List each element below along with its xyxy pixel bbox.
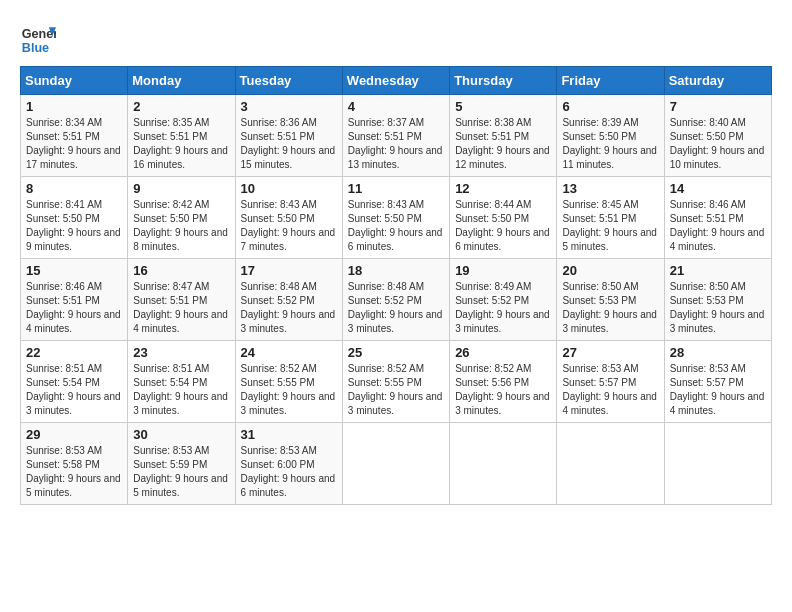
calendar-cell: 21Sunrise: 8:50 AMSunset: 5:53 PMDayligh… <box>664 259 771 341</box>
day-info: Sunrise: 8:52 AMSunset: 5:55 PMDaylight:… <box>348 362 444 418</box>
day-info: Sunrise: 8:53 AMSunset: 5:57 PMDaylight:… <box>562 362 658 418</box>
day-number: 27 <box>562 345 658 360</box>
calendar-cell: 12Sunrise: 8:44 AMSunset: 5:50 PMDayligh… <box>450 177 557 259</box>
day-info: Sunrise: 8:38 AMSunset: 5:51 PMDaylight:… <box>455 116 551 172</box>
day-info: Sunrise: 8:53 AMSunset: 5:57 PMDaylight:… <box>670 362 766 418</box>
calendar-header-row: SundayMondayTuesdayWednesdayThursdayFrid… <box>21 67 772 95</box>
day-info: Sunrise: 8:53 AMSunset: 5:59 PMDaylight:… <box>133 444 229 500</box>
day-number: 5 <box>455 99 551 114</box>
calendar-cell: 26Sunrise: 8:52 AMSunset: 5:56 PMDayligh… <box>450 341 557 423</box>
calendar-cell: 27Sunrise: 8:53 AMSunset: 5:57 PMDayligh… <box>557 341 664 423</box>
day-info: Sunrise: 8:47 AMSunset: 5:51 PMDaylight:… <box>133 280 229 336</box>
calendar-cell: 25Sunrise: 8:52 AMSunset: 5:55 PMDayligh… <box>342 341 449 423</box>
day-info: Sunrise: 8:51 AMSunset: 5:54 PMDaylight:… <box>133 362 229 418</box>
calendar-cell: 1Sunrise: 8:34 AMSunset: 5:51 PMDaylight… <box>21 95 128 177</box>
day-info: Sunrise: 8:41 AMSunset: 5:50 PMDaylight:… <box>26 198 122 254</box>
calendar-cell <box>557 423 664 505</box>
calendar-header-sunday: Sunday <box>21 67 128 95</box>
calendar-header-wednesday: Wednesday <box>342 67 449 95</box>
calendar-table: SundayMondayTuesdayWednesdayThursdayFrid… <box>20 66 772 505</box>
day-number: 2 <box>133 99 229 114</box>
day-number: 3 <box>241 99 337 114</box>
day-info: Sunrise: 8:37 AMSunset: 5:51 PMDaylight:… <box>348 116 444 172</box>
day-info: Sunrise: 8:44 AMSunset: 5:50 PMDaylight:… <box>455 198 551 254</box>
day-number: 14 <box>670 181 766 196</box>
calendar-cell: 5Sunrise: 8:38 AMSunset: 5:51 PMDaylight… <box>450 95 557 177</box>
calendar-cell: 19Sunrise: 8:49 AMSunset: 5:52 PMDayligh… <box>450 259 557 341</box>
calendar-cell: 18Sunrise: 8:48 AMSunset: 5:52 PMDayligh… <box>342 259 449 341</box>
calendar-header-tuesday: Tuesday <box>235 67 342 95</box>
calendar-cell: 7Sunrise: 8:40 AMSunset: 5:50 PMDaylight… <box>664 95 771 177</box>
calendar-week-row: 15Sunrise: 8:46 AMSunset: 5:51 PMDayligh… <box>21 259 772 341</box>
calendar-cell: 20Sunrise: 8:50 AMSunset: 5:53 PMDayligh… <box>557 259 664 341</box>
day-info: Sunrise: 8:50 AMSunset: 5:53 PMDaylight:… <box>562 280 658 336</box>
day-number: 6 <box>562 99 658 114</box>
calendar-cell: 2Sunrise: 8:35 AMSunset: 5:51 PMDaylight… <box>128 95 235 177</box>
calendar-cell: 23Sunrise: 8:51 AMSunset: 5:54 PMDayligh… <box>128 341 235 423</box>
calendar-cell: 4Sunrise: 8:37 AMSunset: 5:51 PMDaylight… <box>342 95 449 177</box>
day-info: Sunrise: 8:46 AMSunset: 5:51 PMDaylight:… <box>26 280 122 336</box>
day-info: Sunrise: 8:43 AMSunset: 5:50 PMDaylight:… <box>241 198 337 254</box>
day-info: Sunrise: 8:46 AMSunset: 5:51 PMDaylight:… <box>670 198 766 254</box>
day-number: 8 <box>26 181 122 196</box>
calendar-header-saturday: Saturday <box>664 67 771 95</box>
day-info: Sunrise: 8:51 AMSunset: 5:54 PMDaylight:… <box>26 362 122 418</box>
calendar-cell: 30Sunrise: 8:53 AMSunset: 5:59 PMDayligh… <box>128 423 235 505</box>
day-number: 1 <box>26 99 122 114</box>
day-number: 26 <box>455 345 551 360</box>
day-number: 28 <box>670 345 766 360</box>
day-number: 21 <box>670 263 766 278</box>
calendar-cell <box>664 423 771 505</box>
calendar-header-friday: Friday <box>557 67 664 95</box>
day-number: 10 <box>241 181 337 196</box>
day-number: 7 <box>670 99 766 114</box>
day-number: 15 <box>26 263 122 278</box>
calendar-cell: 6Sunrise: 8:39 AMSunset: 5:50 PMDaylight… <box>557 95 664 177</box>
calendar-body: 1Sunrise: 8:34 AMSunset: 5:51 PMDaylight… <box>21 95 772 505</box>
calendar-header-thursday: Thursday <box>450 67 557 95</box>
day-number: 19 <box>455 263 551 278</box>
calendar-cell: 22Sunrise: 8:51 AMSunset: 5:54 PMDayligh… <box>21 341 128 423</box>
day-number: 24 <box>241 345 337 360</box>
calendar-week-row: 1Sunrise: 8:34 AMSunset: 5:51 PMDaylight… <box>21 95 772 177</box>
day-info: Sunrise: 8:40 AMSunset: 5:50 PMDaylight:… <box>670 116 766 172</box>
calendar-week-row: 22Sunrise: 8:51 AMSunset: 5:54 PMDayligh… <box>21 341 772 423</box>
svg-text:Blue: Blue <box>22 41 49 55</box>
day-info: Sunrise: 8:39 AMSunset: 5:50 PMDaylight:… <box>562 116 658 172</box>
day-number: 9 <box>133 181 229 196</box>
day-number: 17 <box>241 263 337 278</box>
day-info: Sunrise: 8:45 AMSunset: 5:51 PMDaylight:… <box>562 198 658 254</box>
day-info: Sunrise: 8:52 AMSunset: 5:56 PMDaylight:… <box>455 362 551 418</box>
day-info: Sunrise: 8:35 AMSunset: 5:51 PMDaylight:… <box>133 116 229 172</box>
calendar-cell: 9Sunrise: 8:42 AMSunset: 5:50 PMDaylight… <box>128 177 235 259</box>
calendar-cell: 3Sunrise: 8:36 AMSunset: 5:51 PMDaylight… <box>235 95 342 177</box>
day-number: 23 <box>133 345 229 360</box>
day-number: 18 <box>348 263 444 278</box>
day-number: 22 <box>26 345 122 360</box>
day-info: Sunrise: 8:34 AMSunset: 5:51 PMDaylight:… <box>26 116 122 172</box>
calendar-cell <box>450 423 557 505</box>
calendar-cell: 29Sunrise: 8:53 AMSunset: 5:58 PMDayligh… <box>21 423 128 505</box>
day-info: Sunrise: 8:48 AMSunset: 5:52 PMDaylight:… <box>241 280 337 336</box>
calendar-cell: 17Sunrise: 8:48 AMSunset: 5:52 PMDayligh… <box>235 259 342 341</box>
page-header: General Blue <box>20 20 772 56</box>
day-number: 13 <box>562 181 658 196</box>
calendar-cell <box>342 423 449 505</box>
calendar-cell: 15Sunrise: 8:46 AMSunset: 5:51 PMDayligh… <box>21 259 128 341</box>
calendar-cell: 28Sunrise: 8:53 AMSunset: 5:57 PMDayligh… <box>664 341 771 423</box>
day-number: 30 <box>133 427 229 442</box>
calendar-week-row: 29Sunrise: 8:53 AMSunset: 5:58 PMDayligh… <box>21 423 772 505</box>
day-number: 12 <box>455 181 551 196</box>
logo: General Blue <box>20 20 56 56</box>
day-info: Sunrise: 8:53 AMSunset: 6:00 PMDaylight:… <box>241 444 337 500</box>
calendar-cell: 14Sunrise: 8:46 AMSunset: 5:51 PMDayligh… <box>664 177 771 259</box>
calendar-cell: 10Sunrise: 8:43 AMSunset: 5:50 PMDayligh… <box>235 177 342 259</box>
day-number: 11 <box>348 181 444 196</box>
calendar-cell: 8Sunrise: 8:41 AMSunset: 5:50 PMDaylight… <box>21 177 128 259</box>
day-info: Sunrise: 8:43 AMSunset: 5:50 PMDaylight:… <box>348 198 444 254</box>
calendar-cell: 24Sunrise: 8:52 AMSunset: 5:55 PMDayligh… <box>235 341 342 423</box>
day-info: Sunrise: 8:36 AMSunset: 5:51 PMDaylight:… <box>241 116 337 172</box>
day-info: Sunrise: 8:52 AMSunset: 5:55 PMDaylight:… <box>241 362 337 418</box>
calendar-header-monday: Monday <box>128 67 235 95</box>
day-number: 4 <box>348 99 444 114</box>
